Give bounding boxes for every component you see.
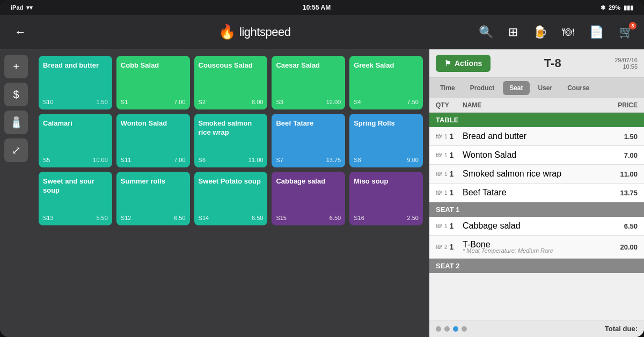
dollar-button[interactable]: $ (4, 83, 28, 106)
seat-icon: 🍽 (436, 170, 442, 178)
menu-item-price: 9.00 (407, 157, 419, 163)
row-name: Wonton Salad (463, 150, 595, 160)
menu-item-meta: S16 2.50 (354, 215, 419, 221)
actions-button[interactable]: ⚑ Actions (436, 55, 491, 72)
menu-item-name: Sweet Potato soup (199, 177, 264, 211)
menu-item-6[interactable]: Calamari S5 10.00 (39, 114, 112, 167)
menu-item-11[interactable]: Sweet and sour soup S13 5.50 (39, 172, 112, 225)
menu-item-12[interactable]: Summer rolls S12 6.50 (116, 172, 190, 225)
menu-item-name: Caesar Salad (276, 61, 341, 96)
seat-num: 1 (444, 134, 448, 140)
dot-4 (462, 326, 467, 332)
menu-item-2[interactable]: Cobb Salad S1 7.00 (116, 56, 190, 109)
logo-text: lightspeed (239, 25, 290, 39)
menu-item-7[interactable]: Wonton Salad S11 7.00 (116, 114, 190, 167)
menu-item-price: 12.00 (326, 99, 341, 105)
menu-item-3[interactable]: Couscous Salad S2 8.00 (194, 56, 268, 109)
search-icon[interactable]: 🔍 (479, 25, 493, 39)
tab-seat[interactable]: Seat (503, 81, 529, 95)
menu-item-4[interactable]: Caesar Salad S3 12.00 (272, 56, 345, 109)
menu-item-sku: S15 (276, 215, 287, 221)
menu-item-15[interactable]: Miso soup S16 2.50 (349, 172, 423, 225)
bluetooth-icon: ✱ (601, 4, 605, 11)
beer-icon[interactable]: 🍺 (533, 25, 547, 39)
grid-icon[interactable]: ⊞ (508, 25, 518, 39)
menu-item-name: Miso soup (354, 177, 419, 211)
menu-item-price: 7.50 (407, 99, 419, 105)
menu-item-meta: S4 7.50 (354, 99, 419, 105)
battery-label: 29% (609, 4, 620, 11)
row-name: Smoked salmon rice wrap (463, 169, 595, 179)
tab-user[interactable]: User (532, 81, 559, 95)
row-qty: 1 (450, 243, 454, 251)
doc-icon[interactable]: 📄 (589, 25, 604, 39)
status-bar: iPad ▾▾ 10:55 AM ✱ 29% ▮▮▮ (0, 0, 644, 15)
menu-item-name: Couscous Salad (199, 61, 264, 96)
table-row[interactable]: 🍽1 1 Wonton Salad 7.00 (429, 146, 644, 165)
menu-item-sku: S14 (199, 215, 209, 221)
tab-time[interactable]: Time (434, 81, 462, 95)
menu-item-1[interactable]: Bread and butter S10 1.50 (39, 56, 112, 109)
seat-num: 1 (444, 171, 448, 177)
table-row[interactable]: 🍽1 1 Cabbage salad 6.50 (429, 217, 644, 236)
menu-item-8[interactable]: Smoked salmon rice wrap S6 11.00 (194, 114, 268, 167)
menu-item-name: Greek Salad (354, 61, 419, 96)
back-button[interactable]: ← (11, 25, 30, 39)
row-name-text: Wonton Salad (463, 150, 595, 160)
table-label: T-8 (544, 56, 561, 70)
table-row[interactable]: 🍽1 1 Smoked salmon rice wrap 11.00 (429, 165, 644, 184)
menu-item-meta: S10 1.50 (43, 99, 108, 105)
menu-item-meta: S6 11.00 (199, 157, 264, 163)
row-price: 7.00 (595, 151, 638, 159)
menu-item-sku: S7 (276, 157, 283, 163)
menu-item-name: Sweet and sour soup (43, 177, 108, 211)
menu-item-sku: S13 (43, 215, 54, 221)
menu-item-5[interactable]: Greek Salad S4 7.50 (349, 56, 423, 109)
row-qty-area: 🍽1 1 (436, 132, 463, 141)
col-qty: Qty (436, 101, 463, 109)
menu-item-meta: S5 10.00 (43, 157, 108, 163)
dot-3 (453, 326, 458, 332)
menu-item-sku: S16 (354, 215, 364, 221)
menu-item-price: 6.50 (252, 215, 263, 221)
menu-item-meta: S15 6.50 (276, 215, 341, 221)
row-price: 6.50 (595, 222, 638, 230)
menu-item-sku: S3 (276, 99, 283, 105)
seat-num: 1 (444, 223, 448, 229)
menu-item-sku: S8 (354, 157, 361, 163)
condiment-button[interactable]: 🧂 (4, 111, 28, 134)
row-qty-area: 🍽1 1 (436, 188, 463, 197)
menu-item-9[interactable]: Beef Tatare S7 13.75 (272, 114, 345, 167)
row-qty: 1 (450, 132, 454, 141)
dot-1 (436, 326, 441, 332)
table-row[interactable]: 🍽1 1 Beef Tatare 13.75 (429, 184, 644, 202)
add-button[interactable]: + (4, 55, 28, 78)
col-name: NAME (463, 101, 595, 109)
seat-num: 1 (444, 152, 448, 158)
menu-item-price: 8.00 (252, 99, 263, 105)
top-nav: ← 🔥 lightspeed 🔍 ⊞ 🍺 🍽 📄 🛒 3 (0, 15, 644, 49)
menu-item-sku: S4 (354, 99, 361, 105)
row-price: 20.00 (595, 243, 638, 251)
menu-item-14[interactable]: Cabbage salad S15 6.50 (272, 172, 345, 225)
main-content: + $ 🧂 ⤢ Bread and butter S10 1.50 Cobb S… (0, 49, 644, 337)
tab-product[interactable]: Product (464, 81, 501, 95)
table-row[interactable]: 🍽2 1 T-Bone * Meat Temperature: Medium R… (429, 236, 644, 259)
battery-icon: ▮▮▮ (624, 4, 633, 11)
menu-item-13[interactable]: Sweet Potato soup S14 6.50 (194, 172, 268, 225)
menu-item-name: Beef Tatare (276, 119, 341, 153)
nav-icons: 🔍 ⊞ 🍺 🍽 📄 🛒 3 (479, 25, 633, 39)
row-qty: 1 (450, 222, 454, 230)
cart-icon[interactable]: 🛒 3 (619, 25, 633, 39)
table-row[interactable]: 🍽1 1 Bread and butter 1.50 (429, 127, 644, 146)
row-note: * Meat Temperature: Medium Rare (463, 247, 595, 254)
status-time: 10:55 AM (303, 4, 331, 11)
status-left: iPad ▾▾ (11, 4, 33, 11)
ipad-frame: iPad ▾▾ 10:55 AM ✱ 29% ▮▮▮ ← 🔥 lightspee… (0, 0, 644, 337)
menu-item-10[interactable]: Spring Rolls S8 9.00 (349, 114, 423, 167)
cart-badge: 3 (629, 22, 636, 30)
section-table: TABLE (429, 113, 644, 127)
tab-course[interactable]: Course (561, 81, 596, 95)
expand-button[interactable]: ⤢ (4, 138, 28, 162)
plate-icon[interactable]: 🍽 (562, 25, 574, 39)
